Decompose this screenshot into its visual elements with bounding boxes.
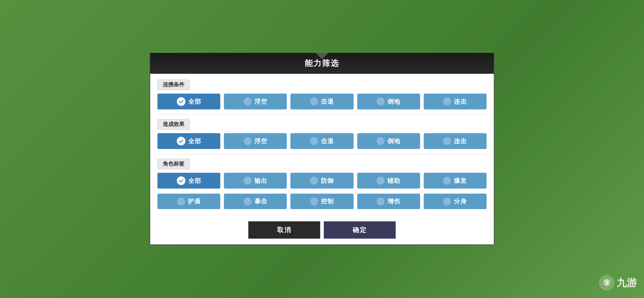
dot-icon (244, 177, 252, 185)
dot-icon (310, 98, 318, 105)
modal-footer: 取消 确定 (150, 218, 494, 244)
dot-icon (377, 137, 385, 145)
combo-knockback-button[interactable]: 击退 (290, 94, 353, 109)
tag-support-button[interactable]: 辅助 (357, 173, 420, 189)
combo-multihit-button[interactable]: 连击 (424, 94, 487, 109)
section-effect: 造成效果 全部 浮空 (157, 119, 487, 149)
watermark: ⑨ 九游 (599, 275, 637, 291)
effect-knockback-button[interactable]: 击退 (290, 133, 353, 149)
check-icon (177, 97, 185, 106)
tag-row-2: 护盾 暴击 控制 增伤 (157, 194, 487, 209)
dot-icon (177, 198, 185, 206)
tag-burst-button[interactable]: 爆发 (424, 173, 487, 189)
watermark-logo: ⑨ (599, 275, 615, 291)
effect-multihit-button[interactable]: 连击 (424, 133, 487, 149)
effect-all-button[interactable]: 全部 (157, 133, 220, 149)
dot-icon (443, 137, 451, 145)
tag-shield-button[interactable]: 护盾 (157, 194, 220, 209)
effect-buttons: 全部 浮空 击退 倒地 (157, 133, 487, 149)
tag-defense-button[interactable]: 防御 (290, 173, 353, 189)
combo-float-button[interactable]: 浮空 (224, 94, 287, 109)
tag-all-button[interactable]: 全部 (157, 173, 220, 189)
modal-wrapper: 能力筛选 连携条件 全部 浮空 (150, 53, 494, 245)
dot-icon (443, 177, 451, 185)
tag-control-button[interactable]: 控制 (290, 194, 353, 209)
effect-knockdown-button[interactable]: 倒地 (357, 133, 420, 149)
cancel-button[interactable]: 取消 (248, 221, 320, 239)
check-icon (177, 176, 185, 185)
section-label-combo: 连携条件 (157, 80, 190, 90)
section-label-effect: 造成效果 (157, 119, 190, 130)
tag-dmgup-button[interactable]: 增伤 (357, 194, 420, 209)
combo-condition-buttons: 全部 浮空 击退 倒地 (157, 94, 487, 109)
dot-icon (443, 198, 451, 206)
modal-body: 连携条件 全部 浮空 (150, 74, 494, 218)
dot-icon (377, 177, 385, 185)
combo-all-button[interactable]: 全部 (157, 94, 220, 109)
section-label-tag: 角色标签 (157, 159, 190, 169)
modal-header: 能力筛选 (150, 53, 494, 74)
dot-icon (244, 198, 252, 206)
section-character-tag: 角色标签 全部 输出 (157, 159, 487, 209)
divider-1 (157, 114, 487, 115)
divider-2 (157, 154, 487, 154)
tag-row-1: 全部 输出 防御 辅助 (157, 173, 487, 189)
effect-float-button[interactable]: 浮空 (224, 133, 287, 149)
dot-icon (310, 177, 318, 185)
dot-icon (377, 198, 385, 206)
modal: 能力筛选 连携条件 全部 浮空 (150, 53, 494, 245)
combo-knockdown-button[interactable]: 倒地 (357, 94, 420, 109)
check-icon (177, 137, 185, 145)
dot-icon (244, 137, 252, 145)
watermark-text: 九游 (617, 276, 637, 290)
tag-crit-button[interactable]: 暴击 (224, 194, 287, 209)
confirm-button[interactable]: 确定 (324, 221, 396, 239)
dot-icon (310, 137, 318, 145)
modal-title: 能力筛选 (305, 59, 339, 68)
dot-icon (310, 198, 318, 206)
tag-clone-button[interactable]: 分身 (424, 194, 487, 209)
dot-icon (443, 98, 451, 105)
dot-icon (377, 98, 385, 105)
tag-output-button[interactable]: 输出 (224, 173, 287, 189)
dot-icon (244, 98, 252, 105)
section-combo-condition: 连携条件 全部 浮空 (157, 80, 487, 109)
